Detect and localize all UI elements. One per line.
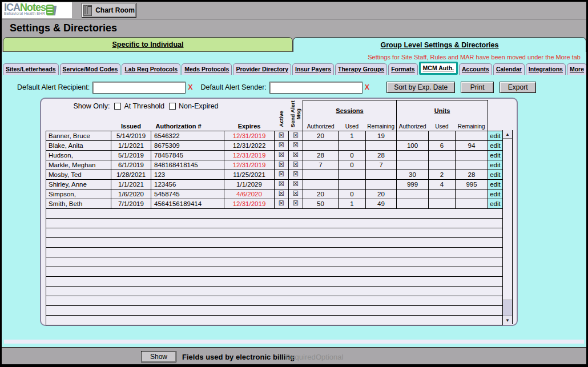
authorizations-panel: Show Only: At Threshold Non-Expired Acti… — [40, 98, 518, 326]
send-alert-checkbox[interactable]: ☒ — [289, 189, 303, 199]
cell-u-auth — [397, 189, 429, 199]
subtab-meds-protocols[interactable]: Meds Protocols — [182, 63, 232, 75]
subtab-therapy-groups[interactable]: Therapy Groups — [335, 63, 387, 75]
sort-by-exp-date-button[interactable]: Sort by Exp. Date — [386, 82, 455, 93]
cell-s-auth: 20 — [303, 131, 339, 140]
units-remaining-header: Remaining — [456, 121, 488, 131]
cell-name: Blake, Anita — [46, 140, 111, 150]
cell-expires: 12/31/2019 — [224, 160, 275, 170]
clear-sender-icon[interactable]: X — [365, 83, 369, 91]
edit-button[interactable]: edit — [488, 131, 503, 140]
cell-s-used — [339, 140, 366, 150]
edit-button[interactable]: edit — [488, 150, 503, 160]
send-alert-checkbox[interactable]: ☒ — [289, 140, 303, 150]
at-threshold-checkbox[interactable] — [114, 103, 121, 110]
cell-s-used: 1 — [339, 199, 366, 208]
send-alert-checkbox[interactable]: ☒ — [289, 150, 303, 160]
edit-button[interactable]: edit — [488, 160, 503, 170]
scrollbar-thumb[interactable] — [503, 139, 512, 300]
cell-auth: 6546322 — [151, 131, 224, 140]
icanotes-logo: ICANotes Behavioral Health EHR — [2, 2, 72, 18]
empty-row — [46, 305, 503, 315]
cell-s-used: 0 — [339, 189, 366, 199]
units-group-header: Units — [397, 100, 488, 121]
scrollbar-down-icon[interactable]: ▼ — [503, 316, 512, 324]
active-checkbox[interactable]: ☒ — [275, 179, 289, 189]
active-checkbox[interactable]: ☒ — [275, 150, 289, 160]
export-button[interactable]: Export — [500, 82, 536, 93]
cell-u-auth — [397, 150, 429, 160]
subtab-sites-letterheads[interactable]: Sites/Letterheads — [3, 63, 59, 75]
non-expired-label: Non-Expired — [179, 102, 218, 110]
scrollbar-up-icon[interactable]: ▲ — [503, 130, 512, 139]
edit-button[interactable]: edit — [488, 189, 503, 199]
edit-button[interactable]: edit — [488, 179, 503, 189]
cell-u-used — [429, 199, 456, 208]
default-alert-sender-label: Default Alert Sender: — [201, 83, 267, 91]
empty-row — [46, 228, 503, 237]
subtab-integrations[interactable]: Integrations — [526, 63, 566, 75]
cell-issued: 6/1/2019 — [111, 160, 151, 170]
subtab-formats[interactable]: Formats — [388, 63, 417, 75]
empty-row — [46, 276, 503, 286]
send-alert-checkbox[interactable]: ☒ — [289, 160, 303, 170]
send-alert-checkbox[interactable]: ☒ — [289, 179, 303, 189]
default-alert-sender-input[interactable] — [269, 82, 363, 94]
subtab-more[interactable]: More — [567, 63, 587, 75]
cell-s-used — [339, 170, 366, 179]
cell-s-used — [339, 179, 366, 189]
cell-u-rem — [456, 150, 488, 160]
cell-u-used: 2 — [429, 170, 456, 179]
sessions-remaining-header: Remaining — [366, 121, 397, 131]
active-checkbox[interactable]: ☒ — [275, 140, 289, 150]
edit-button[interactable]: edit — [488, 199, 503, 208]
subtab-calendar[interactable]: Calendar — [493, 63, 525, 75]
subtab-mcm-auth[interactable]: MCM Auth. — [419, 62, 458, 75]
edit-button[interactable]: edit — [488, 140, 503, 150]
cell-s-auth: 7 — [303, 160, 339, 170]
cell-auth: 8675309 — [151, 140, 224, 150]
cell-u-rem: 995 — [456, 179, 488, 189]
authorization-row: Blake, Anita1/1/2021867530912/31/2022☒☒1… — [46, 140, 503, 150]
subtab-lab-req-protocols[interactable]: Lab Req Protocols — [122, 63, 180, 75]
active-checkbox[interactable]: ☒ — [275, 170, 289, 179]
cell-u-used — [429, 150, 456, 160]
cell-s-used: 1 — [339, 131, 366, 140]
empty-row — [46, 208, 503, 218]
subtab-service-mod-codes[interactable]: Service/Mod Codes — [60, 63, 121, 75]
show-only-filters: Show Only: At Threshold Non-Expired — [46, 100, 275, 110]
active-checkbox[interactable]: ☒ — [275, 199, 289, 208]
subtab-insur-payers[interactable]: Insur Payers — [292, 63, 334, 75]
cell-name: Mosby, Ted — [46, 170, 111, 179]
default-alert-recipient-label: Default Alert Recipient: — [17, 83, 90, 91]
cell-u-auth: 30 — [397, 170, 429, 179]
empty-row — [46, 296, 503, 305]
send-alert-checkbox[interactable]: ☒ — [289, 131, 303, 140]
empty-row — [46, 247, 503, 257]
chart-room-button[interactable]: Chart Room — [82, 3, 136, 18]
subtab-accounts[interactable]: Accounts — [459, 63, 492, 75]
edit-button[interactable]: edit — [488, 170, 503, 179]
print-button[interactable]: Print — [461, 82, 494, 93]
cell-s-auth: 50 — [303, 199, 339, 208]
subtab-provider-directory[interactable]: Provider Directory — [233, 63, 291, 75]
cell-auth: 4564156189414 — [151, 199, 224, 208]
authorization-row: Simpson,1/6/202054587454/6/2020☒☒20020ed… — [46, 189, 503, 199]
tab-specific-to-individual[interactable]: Specific to Individual — [3, 37, 293, 52]
show-fields-button[interactable]: Show — [141, 351, 176, 362]
non-expired-checkbox[interactable] — [169, 103, 176, 110]
default-alert-recipient-input[interactable] — [92, 82, 186, 94]
tab-group-level-settings[interactable]: Group Level Settings & Directories — [293, 37, 586, 53]
send-alert-checkbox[interactable]: ☒ — [289, 199, 303, 208]
active-checkbox[interactable]: ☒ — [275, 189, 289, 199]
table-scrollbar[interactable]: ▲ ▼ — [502, 130, 513, 324]
subtab-bar: Sites/LetterheadsService/Mod CodesLab Re… — [3, 62, 585, 75]
cell-s-rem: 28 — [366, 150, 397, 160]
send-alert-checkbox[interactable]: ☒ — [289, 170, 303, 179]
sessions-group-header: Sessions — [303, 100, 397, 121]
active-checkbox[interactable]: ☒ — [275, 131, 289, 140]
top-bar: ICANotes Behavioral Health EHR Chart Roo… — [2, 2, 586, 19]
active-checkbox[interactable]: ☒ — [275, 160, 289, 170]
cell-name: Simpson, — [46, 189, 111, 199]
clear-recipient-icon[interactable]: X — [188, 83, 192, 91]
